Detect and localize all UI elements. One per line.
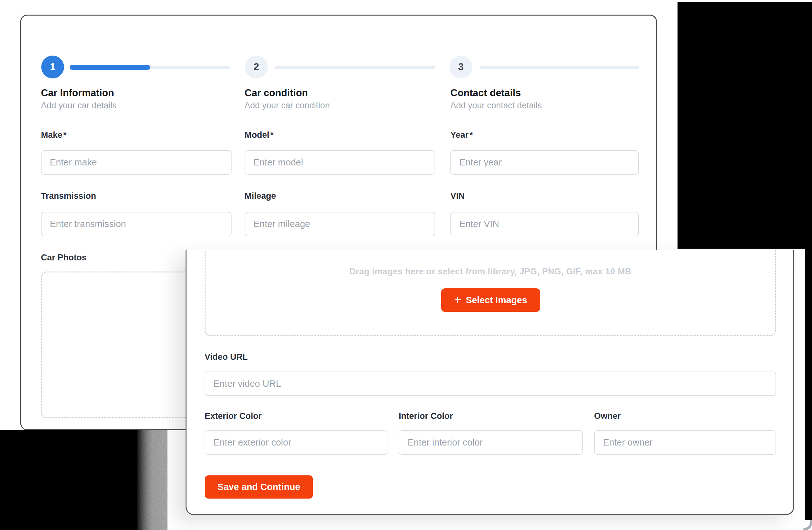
owner-input[interactable] bbox=[594, 430, 776, 455]
make-label: Make* bbox=[41, 130, 67, 140]
step-2-indicator[interactable]: 2 bbox=[245, 56, 268, 79]
step-3-progress-track bbox=[480, 66, 639, 69]
mileage-label: Mileage bbox=[245, 191, 276, 201]
page-corner-artifact bbox=[803, 520, 812, 530]
step-3-indicator[interactable]: 3 bbox=[449, 56, 472, 79]
step-1-subtitle: Add your car details bbox=[41, 101, 117, 111]
step-1-progress-fill bbox=[70, 65, 150, 70]
interior-color-label: Interior Color bbox=[399, 411, 453, 421]
vin-input[interactable] bbox=[450, 212, 639, 236]
vin-label: VIN bbox=[450, 191, 465, 201]
select-images-label: Select Images bbox=[466, 295, 527, 306]
video-url-label: Video URL bbox=[205, 352, 248, 362]
video-url-input[interactable] bbox=[205, 372, 776, 396]
step-2-number: 2 bbox=[253, 61, 259, 73]
step-3-subtitle: Add your contact details bbox=[450, 101, 542, 111]
step-2-progress-track bbox=[275, 66, 435, 69]
year-label: Year* bbox=[450, 130, 473, 140]
step-1-title: Car Information bbox=[41, 87, 114, 99]
step-2-title: Car condition bbox=[245, 87, 308, 99]
page: 1 2 3 Car Information Add your car detai… bbox=[0, 0, 812, 530]
model-input[interactable] bbox=[245, 150, 435, 175]
step-1-progress-track bbox=[70, 66, 230, 69]
owner-label: Owner bbox=[594, 411, 621, 421]
required-mark: * bbox=[63, 130, 67, 140]
car-photos-label: Car Photos bbox=[41, 253, 87, 263]
step-1-indicator[interactable]: 1 bbox=[41, 56, 64, 79]
exterior-color-input[interactable] bbox=[205, 430, 388, 455]
media-details-panel: Drag images here or select from library,… bbox=[186, 250, 794, 515]
required-mark: * bbox=[270, 130, 274, 140]
model-label: Model* bbox=[245, 130, 274, 140]
make-input[interactable] bbox=[41, 150, 232, 175]
noise-artifact bbox=[137, 430, 168, 530]
required-mark: * bbox=[469, 130, 473, 140]
transmission-input[interactable] bbox=[41, 212, 232, 236]
transmission-label: Transmission bbox=[41, 191, 96, 201]
mileage-input[interactable] bbox=[245, 212, 435, 236]
dropzone-hint: Drag images here or select from library,… bbox=[205, 267, 776, 277]
exterior-color-label: Exterior Color bbox=[205, 411, 262, 421]
year-input[interactable] bbox=[450, 150, 639, 175]
step-1-number: 1 bbox=[50, 61, 55, 73]
step-3-title: Contact details bbox=[450, 87, 521, 99]
step-3-number: 3 bbox=[458, 61, 463, 73]
interior-color-input[interactable] bbox=[399, 430, 583, 455]
plus-icon: + bbox=[454, 293, 461, 306]
black-artifact-right-strip bbox=[805, 2, 812, 521]
step-2-subtitle: Add your car condition bbox=[245, 101, 330, 111]
black-artifact-top-right bbox=[678, 2, 812, 249]
black-artifact-bottom-left bbox=[0, 430, 137, 530]
save-and-continue-button[interactable]: Save and Continue bbox=[205, 475, 313, 499]
select-images-button[interactable]: + Select Images bbox=[441, 288, 540, 312]
